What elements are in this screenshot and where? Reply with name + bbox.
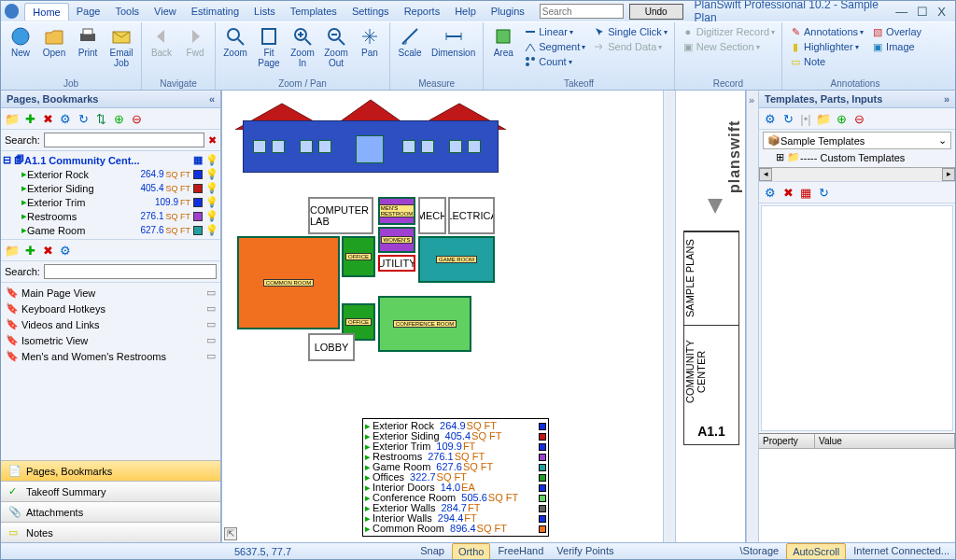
fit-page-button[interactable]: Fit Page (253, 24, 285, 78)
bookmark-item[interactable]: 🔖Main Page View▭ (3, 285, 218, 301)
refresh-icon[interactable]: ↻ (76, 111, 91, 126)
bm-delete-icon[interactable]: ✖ (40, 243, 55, 258)
tab-notes[interactable]: ▭Notes (1, 522, 220, 542)
tab-lists[interactable]: Lists (246, 3, 283, 21)
clear-search-icon[interactable]: ✖ (208, 134, 217, 147)
dimension-button[interactable]: Dimension (428, 24, 479, 78)
bookmark-item[interactable]: 🔖Men's and Women's Restrooms▭ (3, 348, 218, 364)
collapse-right-icon[interactable]: » (944, 93, 949, 105)
send-data-button[interactable]: Send Data▾ (590, 39, 669, 54)
tree-item[interactable]: ▸ Exterior Rock264.9SQ FT💡 (3, 167, 218, 181)
digitizer-record-button[interactable]: ●Digitizer Record▾ (679, 24, 778, 39)
fwd-button[interactable]: Fwd (179, 24, 211, 78)
pages-search-input[interactable] (44, 133, 204, 147)
tree-item[interactable]: ▸ Game Room627.6SQ FT💡 (3, 223, 218, 237)
svg-point-4 (228, 29, 239, 40)
tree-item[interactable]: ▸ Exterior Siding405.4SQ FT💡 (3, 181, 218, 195)
storage-status[interactable]: \Storage (735, 543, 785, 560)
scroll-left-icon[interactable]: ◂ (759, 168, 772, 181)
autoscroll-toggle[interactable]: AutoScroll (786, 543, 846, 560)
zoom-out-button[interactable]: Zoom Out (320, 24, 352, 78)
tab-home[interactable]: Home (24, 3, 68, 21)
tab-attachments[interactable]: 📎Attachments (1, 501, 220, 522)
tab-tools[interactable]: Tools (107, 3, 147, 21)
tpl-folder-icon[interactable]: 📁 (816, 111, 831, 126)
prop-gear-icon[interactable]: ⚙ (763, 185, 778, 200)
tab-plugins[interactable]: Plugins (484, 3, 532, 21)
snap-toggle[interactable]: Snap (415, 543, 450, 560)
freehand-toggle[interactable]: FreeHand (492, 543, 549, 560)
gear-icon[interactable]: ⚙ (58, 111, 73, 126)
zoom-in-button[interactable]: Zoom In (287, 24, 318, 78)
bm-add-icon[interactable]: ✚ (22, 243, 37, 258)
email-job-button[interactable]: Email Job (105, 24, 137, 78)
delete-red-icon[interactable]: ✖ (40, 111, 55, 126)
minimize-button[interactable]: — (895, 5, 907, 19)
pan-button[interactable]: Pan (354, 24, 386, 78)
expand-canvas-icon[interactable]: ⇱ (224, 527, 237, 540)
bookmark-item[interactable]: 🔖Videos and Links▭ (3, 316, 218, 332)
right-collapse-bar[interactable]: » (746, 91, 759, 542)
tab-settings[interactable]: Settings (344, 3, 397, 21)
overlay-button[interactable]: ▧Overlay (868, 24, 924, 39)
template-child[interactable]: ⊞ 📁 ----- Custom Templates (763, 149, 951, 165)
bookmarks-search-input[interactable] (44, 264, 217, 279)
tpl-gear-icon[interactable]: ⚙ (763, 111, 778, 126)
close-button[interactable]: X (937, 5, 946, 19)
tpl-minus-icon[interactable]: ⊖ (851, 111, 866, 126)
open-button[interactable]: Open (38, 24, 70, 78)
highlighter-button[interactable]: ▮Highlighter▾ (786, 39, 866, 54)
image-button[interactable]: ▣Image (868, 39, 924, 54)
template-root[interactable]: 📦 Sample Templates⌄ (763, 132, 951, 149)
new-section-button[interactable]: ▣New Section▾ (679, 39, 778, 54)
tree-item[interactable]: ▸ Exterior Trim109.9FT💡 (3, 195, 218, 209)
segment-button[interactable]: Segment▾ (521, 39, 588, 54)
tab-estimating[interactable]: Estimating (184, 3, 246, 21)
verify-points-toggle[interactable]: Verify Points (551, 543, 619, 560)
drawing-canvas[interactable]: COMPUTER LAB MEN'S RESTROOM MECH ELECTRI… (221, 91, 746, 542)
scroll-right-icon[interactable]: ▸ (942, 168, 955, 181)
tpl-plus-icon[interactable]: ⊕ (834, 111, 849, 126)
undo-button[interactable]: Undo (629, 4, 683, 20)
zoom-button[interactable]: Zoom (219, 24, 251, 78)
bookmark-item[interactable]: 🔖Isometric View▭ (3, 332, 218, 348)
sheet-number: A1.1 (684, 418, 738, 444)
plus-circle-icon[interactable]: ⊕ (111, 111, 126, 126)
note-button[interactable]: ▭Note (786, 54, 866, 69)
left-panel: Pages, Bookmarks« 📁 ✚ ✖ ⚙ ↻ ⇅ ⊕ ⊖ Search… (1, 91, 221, 542)
new-button[interactable]: New (5, 24, 36, 78)
bookmark-item[interactable]: 🔖Keyboard Hotkeys▭ (3, 301, 218, 316)
pages-tree[interactable]: ⊟ 🗐 A1.1 Community Cent...▦ 💡 ▸ Exterior… (1, 151, 220, 239)
sort-icon[interactable]: ⇅ (93, 111, 108, 126)
minus-circle-icon[interactable]: ⊖ (129, 111, 144, 126)
tpl-refresh-icon[interactable]: ↻ (780, 111, 795, 126)
count-button[interactable]: Count▾ (521, 54, 588, 69)
prop-grid-icon[interactable]: ▦ (798, 185, 813, 200)
tab-templates[interactable]: Templates (283, 3, 344, 21)
prop-refresh-icon[interactable]: ↻ (816, 185, 831, 200)
tree-item[interactable]: ▸ Restrooms276.1SQ FT💡 (3, 209, 218, 223)
bm-gear-icon[interactable]: ⚙ (58, 243, 73, 258)
prop-del-icon[interactable]: ✖ (780, 185, 795, 200)
area-button[interactable]: Area (487, 24, 519, 78)
canvas-divider[interactable] (663, 91, 676, 542)
bm-folder-icon[interactable]: 📁 (5, 243, 20, 258)
tab-help[interactable]: Help (447, 3, 484, 21)
print-button[interactable]: Print (72, 24, 104, 78)
scale-button[interactable]: Scale (394, 24, 426, 78)
single-click-button[interactable]: Single Click▾ (590, 24, 669, 39)
maximize-button[interactable]: ☐ (917, 5, 928, 19)
tab-view[interactable]: View (147, 3, 184, 21)
ortho-toggle[interactable]: Ortho (452, 543, 491, 560)
annotations-button[interactable]: ✎Annotations▾ (786, 24, 866, 39)
new-folder-icon[interactable]: 📁 (5, 111, 20, 126)
search-input[interactable] (540, 4, 624, 19)
tab-pages-bookmarks[interactable]: 📄Pages, Bookmarks (1, 460, 220, 481)
back-button[interactable]: Back (146, 24, 177, 78)
collapse-left-icon[interactable]: « (209, 93, 215, 105)
linear-button[interactable]: Linear▾ (521, 24, 588, 39)
tab-reports[interactable]: Reports (397, 3, 448, 21)
tab-takeoff-summary[interactable]: ✓Takeoff Summary (1, 481, 220, 501)
tab-page[interactable]: Page (69, 3, 108, 21)
add-green-icon[interactable]: ✚ (22, 111, 37, 126)
